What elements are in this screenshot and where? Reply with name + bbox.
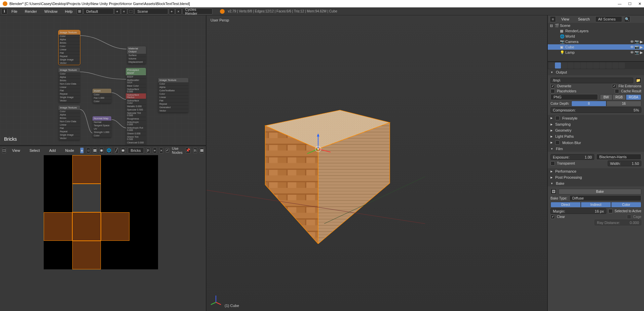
bw-button[interactable]: BW (600, 94, 612, 100)
panel-post[interactable]: Post Processing (548, 174, 644, 180)
uv-face[interactable] (72, 155, 101, 184)
depth8-button[interactable]: 8 (571, 101, 606, 106)
scene-browse-icon[interactable]: ⬚ (128, 8, 134, 14)
copy-icon[interactable]: ⎘ (193, 147, 197, 153)
output-path-field[interactable] (551, 78, 633, 83)
format-dropdown[interactable]: PNG (551, 94, 598, 100)
node-material-output[interactable]: Material Output SurfaceVolumeDisplacemen… (127, 46, 146, 64)
sel-to-active-checkbox[interactable] (608, 209, 613, 213)
bake-type-dropdown[interactable]: Diffuse (569, 195, 641, 201)
menu-help[interactable]: Help (62, 8, 76, 14)
panel-sampling[interactable]: Sampling (548, 121, 644, 127)
tab-texture[interactable] (606, 62, 612, 69)
tab-particles[interactable] (612, 62, 618, 69)
shader-nodes-icon[interactable]: ● (80, 147, 84, 153)
outliner-item-camera[interactable]: 📷Camera👁📷▶ (548, 39, 644, 44)
panel-output-header[interactable]: Output (548, 69, 644, 75)
node-principled-bsdf[interactable]: Principled BSDF BSDFMultiscatter GGX Bas… (126, 68, 146, 146)
tab-render-layers[interactable] (555, 62, 561, 69)
tab-render[interactable] (548, 62, 555, 69)
outliner-search[interactable]: Search (575, 16, 593, 22)
node-image-texture-4[interactable]: Image Texture ColorAlpha CubeTestBakeCol… (158, 78, 188, 113)
menu-render[interactable]: Render (22, 8, 40, 14)
layout-remove-icon[interactable]: × (121, 8, 127, 14)
outliner-item-cube[interactable]: ▣Cube👁📷▶ (548, 44, 644, 50)
bake-image-icon[interactable]: 🖼 (551, 188, 557, 194)
file-ext-checkbox[interactable] (612, 84, 616, 88)
clear-checkbox[interactable] (551, 215, 555, 219)
tab-modifiers[interactable] (587, 62, 593, 69)
editor-type-icon[interactable]: ℹ (1, 8, 7, 14)
tab-object[interactable] (574, 62, 580, 69)
uv-face[interactable] (72, 184, 101, 212)
panel-motion-blur[interactable]: Motion Blur (548, 139, 644, 146)
texture-nodes-icon[interactable]: ▦ (93, 147, 97, 153)
composite-nodes-icon[interactable]: ○ (86, 147, 90, 153)
panel-freestyle[interactable]: Freestyle (548, 115, 644, 121)
node-normal-map[interactable]: Normal Map NormalTangent Space UVStrengt… (92, 116, 111, 137)
tab-world[interactable] (568, 62, 574, 69)
bake-button[interactable]: Bake (559, 189, 641, 194)
minimize-button[interactable]: — (618, 2, 621, 6)
node-editor[interactable]: Image Texture ColorAlpha BricksColor Lin… (0, 15, 206, 146)
placeholders-checkbox[interactable] (551, 89, 555, 93)
compression-slider[interactable]: Compression:5% (551, 107, 641, 113)
filter-width-field[interactable]: Width:1.50 (608, 161, 641, 166)
node-image-texture-2[interactable]: Image Texture ColorAlpha BricksNon-Color… (59, 68, 80, 102)
scene-remove-icon[interactable]: × (176, 8, 182, 14)
uv-image-editor[interactable] (0, 154, 206, 311)
material-add-icon[interactable]: + (153, 147, 157, 153)
use-nodes-checkbox[interactable] (166, 148, 169, 152)
depth16-button[interactable]: 16 (606, 101, 641, 106)
3d-viewport[interactable]: User Persp (206, 15, 547, 311)
scene-dropdown[interactable]: Scene (135, 8, 168, 14)
margin-field[interactable]: Margin:16 px (551, 208, 606, 214)
uv-face[interactable] (72, 241, 101, 269)
panel-bake-header[interactable]: Bake (548, 180, 644, 186)
outliner-view[interactable]: View (558, 16, 573, 22)
uv-face[interactable] (44, 212, 72, 241)
world-mode-icon[interactable]: 🌐 (106, 147, 112, 153)
outliner-search-icon[interactable]: 🔍 (624, 16, 630, 22)
outliner-filter[interactable]: All Scenes (595, 16, 622, 22)
material-dropdown[interactable]: Bricks (128, 147, 144, 153)
overwrite-checkbox[interactable] (551, 84, 555, 88)
node-invert[interactable]: Invert ColorFac 1.000Color (92, 89, 111, 103)
uv-image-canvas[interactable] (44, 155, 158, 269)
panel-light-paths[interactable]: Light Paths (548, 133, 644, 139)
color-button[interactable]: Color (611, 202, 641, 208)
layout-dropdown[interactable]: Default (83, 8, 114, 14)
outliner-item-world[interactable]: 🌐World (548, 34, 644, 39)
exposure-field[interactable]: Exposure:1.00 (551, 154, 594, 160)
node-image-texture-1[interactable]: Image Texture ColorAlpha BricksColor Lin… (59, 30, 80, 65)
tab-physics[interactable] (619, 62, 625, 69)
scene-add-icon[interactable]: + (169, 8, 175, 14)
outliner-item-lamp[interactable]: 💡Lamp👁📷▶ (548, 50, 644, 55)
rgb-button[interactable]: RGB (612, 94, 626, 100)
ne-menu-add[interactable]: Add (46, 147, 59, 153)
tab-constraints[interactable] (580, 62, 586, 69)
pin-icon[interactable]: 📌 (185, 147, 191, 153)
engine-dropdown[interactable]: Cycles Render (182, 8, 213, 14)
uv-face[interactable] (101, 212, 129, 241)
menu-window[interactable]: Window (41, 8, 61, 14)
tab-scene[interactable] (561, 62, 567, 69)
tab-data[interactable] (593, 62, 599, 69)
indirect-button[interactable]: Indirect (581, 202, 611, 208)
ne-menu-select[interactable]: Select (26, 147, 43, 153)
folder-icon[interactable]: 📁 (635, 77, 641, 83)
menu-file[interactable]: File (8, 8, 21, 14)
cube-mesh[interactable] (234, 76, 402, 244)
transparent-checkbox[interactable] (551, 161, 555, 166)
node-image-texture-3[interactable]: Image Texture ColorAlpha BricksNon-Color… (59, 105, 80, 140)
backdrop-icon[interactable]: ▦ (200, 147, 204, 153)
material-remove-icon[interactable]: × (159, 147, 163, 153)
uv-face[interactable] (72, 212, 101, 241)
panel-performance[interactable]: Performance (548, 168, 644, 174)
cache-checkbox[interactable] (615, 89, 619, 93)
panel-geometry[interactable]: Geometry (548, 127, 644, 133)
ne-editor-type-icon[interactable]: ◫ (2, 147, 6, 153)
object-mode-icon[interactable]: ◉ (100, 147, 104, 153)
direct-button[interactable]: Direct (551, 202, 581, 208)
outliner-item-renderlayers[interactable]: ▦RenderLayers (548, 28, 644, 34)
